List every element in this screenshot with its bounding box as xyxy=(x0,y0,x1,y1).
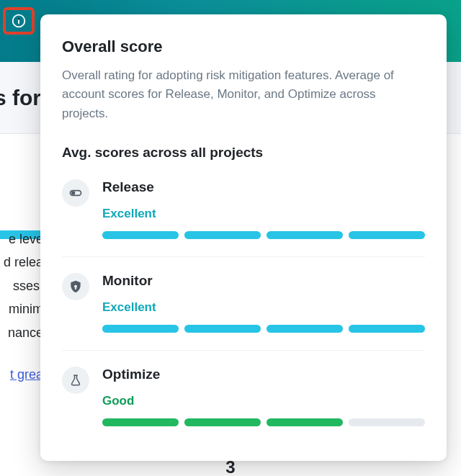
metric-body: MonitorExcellent xyxy=(102,273,425,333)
metric-row-monitor: MonitorExcellent xyxy=(62,273,425,351)
popover-subtitle: Avg. scores across all projects xyxy=(62,145,425,161)
background-text: e leve d relea sses, minim nance t grea xyxy=(0,134,43,386)
popover-title: Overall score xyxy=(62,37,425,56)
score-bar xyxy=(102,325,425,333)
popover-description: Overall rating for adopting risk mitigat… xyxy=(62,66,425,123)
shield-icon xyxy=(62,273,89,300)
metric-name: Optimize xyxy=(102,367,425,382)
metric-row-optimize: OptimizeGood xyxy=(62,367,425,426)
bg-line: minim xyxy=(0,297,43,320)
beaker-icon xyxy=(62,367,89,394)
footer-number: 3 xyxy=(0,457,461,476)
score-segment xyxy=(102,231,179,239)
metric-body: OptimizeGood xyxy=(102,367,425,426)
metric-body: ReleaseExcellent xyxy=(102,179,425,239)
metric-name: Monitor xyxy=(102,273,425,289)
score-bar xyxy=(102,231,425,239)
score-segment xyxy=(349,418,425,426)
score-segment xyxy=(102,325,179,333)
bg-line: e leve xyxy=(0,228,43,251)
bg-line: nance xyxy=(0,321,43,344)
bg-line: d relea xyxy=(0,251,43,274)
metrics-list: ReleaseExcellentMonitorExcellentOptimize… xyxy=(62,179,425,426)
metric-rating: Good xyxy=(102,394,425,408)
svg-point-4 xyxy=(72,192,75,194)
score-segment xyxy=(267,325,343,333)
score-segment xyxy=(349,231,425,239)
score-segment xyxy=(102,418,179,426)
metric-rating: Excellent xyxy=(102,207,425,221)
score-segment xyxy=(184,418,261,426)
info-icon-highlight[interactable] xyxy=(3,7,35,35)
bg-line: sses, xyxy=(0,274,43,297)
metric-rating: Excellent xyxy=(102,300,425,315)
metric-name: Release xyxy=(102,179,425,195)
score-segment xyxy=(267,231,343,239)
overall-score-popover: Overall score Overall rating for adoptin… xyxy=(40,14,447,461)
svg-point-2 xyxy=(18,18,19,19)
score-segment xyxy=(349,325,425,333)
score-segment xyxy=(184,231,261,239)
metric-row-release: ReleaseExcellent xyxy=(62,179,425,257)
toggle-icon xyxy=(62,179,89,207)
background-link[interactable]: t grea xyxy=(10,367,43,382)
score-bar xyxy=(102,418,425,426)
page-title-fragment: s for xyxy=(0,86,41,110)
score-segment xyxy=(267,418,343,426)
score-segment xyxy=(184,325,261,333)
info-icon xyxy=(12,14,26,28)
